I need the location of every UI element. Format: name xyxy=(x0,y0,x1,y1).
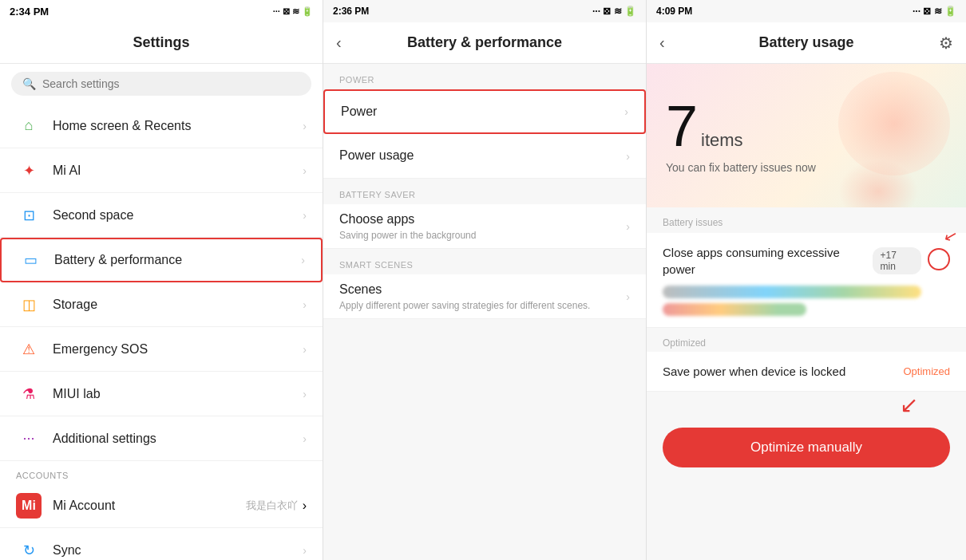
choose-apps-title: Choose apps xyxy=(339,211,626,228)
sidebar-item-battery-performance[interactable]: ▭ Battery & performance › xyxy=(0,238,323,282)
status-icons-2: ··· ⊠ ≋ 🔋 xyxy=(592,6,636,17)
status-bar-1: 2:34 PM ··· ⊠ ≋ 🔋 xyxy=(0,0,323,22)
battery-panel-title: Battery & performance xyxy=(407,34,562,51)
settings-header: Settings xyxy=(0,22,323,64)
status-icons-1: ··· ⊠ ≋ 🔋 xyxy=(273,6,313,17)
close-apps-item: Close apps consuming excessive power +17… xyxy=(647,233,966,328)
chevron-icon: › xyxy=(303,120,307,132)
mi-account-label: Mi Account xyxy=(53,499,246,513)
sidebar-item-emergency-sos[interactable]: ⚠ Emergency SOS › xyxy=(0,327,323,372)
emergency-icon: ⚠ xyxy=(16,337,42,362)
scenes-sub: Apply different power saving strategies … xyxy=(339,300,626,311)
chevron-icon: › xyxy=(303,209,307,222)
chevron-icon: › xyxy=(626,290,630,303)
optimize-manually-label: Optimize manually xyxy=(750,440,862,455)
additional-icon: ··· xyxy=(16,426,42,452)
settings-list: ⌂ Home screen & Recents › ✦ Mi AI › ⊡ Se… xyxy=(0,104,323,560)
hero-items-label: items xyxy=(701,130,743,151)
chevron-icon: › xyxy=(303,432,307,445)
chevron-icon: › xyxy=(303,298,307,311)
second-space-icon: ⊡ xyxy=(16,203,42,228)
chevron-icon: › xyxy=(624,105,628,118)
choose-apps-item[interactable]: Choose apps Saving power in the backgrou… xyxy=(323,204,646,249)
mi-ai-icon: ✦ xyxy=(16,158,42,183)
chevron-icon: › xyxy=(303,164,307,177)
time-3: 4:09 PM xyxy=(656,6,692,17)
scenes-title: Scenes xyxy=(339,282,626,298)
sidebar-item-sync[interactable]: ↻ Sync › xyxy=(0,528,323,560)
status-icons-3: ··· ⊠ ≋ 🔋 xyxy=(913,6,956,17)
optimized-section-label: Optimized xyxy=(647,328,966,352)
power-item[interactable]: Power › xyxy=(323,89,646,134)
storage-icon: ◫ xyxy=(16,292,42,317)
battery-panel: 2:36 PM ··· ⊠ ≋ 🔋 ‹ Battery & performanc… xyxy=(323,0,647,560)
optimize-manually-button[interactable]: Optimize manually xyxy=(663,428,950,467)
additional-settings-label: Additional settings xyxy=(53,432,303,446)
save-power-item: Save power when device is locked Optimiz… xyxy=(647,352,966,392)
home-screen-label: Home screen & Recents xyxy=(53,119,303,133)
status-bar-3: 4:09 PM ··· ⊠ ≋ 🔋 xyxy=(647,0,966,22)
sidebar-item-home-screen[interactable]: ⌂ Home screen & Recents › xyxy=(0,104,323,148)
home-icon: ⌂ xyxy=(16,113,42,139)
second-space-label: Second space xyxy=(53,208,303,223)
storage-label: Storage xyxy=(53,298,303,312)
battery-issues-label: Battery issues xyxy=(647,207,966,233)
scenes-main: Scenes Apply different power saving stra… xyxy=(339,282,626,311)
sidebar-item-second-space[interactable]: ⊡ Second space › xyxy=(0,193,323,238)
usage-panel-title: Battery usage xyxy=(758,34,853,51)
back-button-usage[interactable]: ‹ xyxy=(659,34,665,52)
hero-number-row: 7 items xyxy=(666,97,743,155)
sync-label: Sync xyxy=(53,543,303,558)
chevron-icon: › xyxy=(303,499,307,513)
hero-subtext: You can fix battery issues now xyxy=(666,161,816,174)
sidebar-item-mi-ai[interactable]: ✦ Mi AI › xyxy=(0,148,323,193)
choose-apps-sub: Saving power in the background xyxy=(339,230,626,241)
emergency-sos-label: Emergency SOS xyxy=(53,342,303,357)
toggle-circle[interactable] xyxy=(928,248,950,270)
settings-title: Settings xyxy=(133,34,189,51)
sync-icon: ↻ xyxy=(16,538,42,561)
chevron-icon: › xyxy=(303,544,307,557)
smart-scenes-label: SMART SCENES xyxy=(323,249,646,274)
sidebar-item-additional-settings[interactable]: ··· Additional settings › xyxy=(0,416,323,461)
battery-usage-panel: 4:09 PM ··· ⊠ ≋ 🔋 ‹ Battery usage ⚙ 7 it… xyxy=(647,0,966,560)
settings-panel: 2:34 PM ··· ⊠ ≋ 🔋 Settings 🔍 ⌂ Home scre… xyxy=(0,0,323,560)
mi-account-item[interactable]: Mi Mi Account 我是白衣吖 › xyxy=(0,483,323,528)
battery-saver-label: BATTERY SAVER xyxy=(323,179,646,204)
battery-performance-label: Battery & performance xyxy=(54,253,301,267)
gear-icon[interactable]: ⚙ xyxy=(939,34,953,53)
search-input[interactable] xyxy=(42,77,300,90)
toggle-wrap: ↙ xyxy=(921,248,950,274)
save-power-badge: Optimized xyxy=(903,365,950,377)
optimize-arrow-icon: ↙ xyxy=(663,392,966,418)
hero-number: 7 xyxy=(666,97,698,155)
app-bar-1 xyxy=(663,286,921,298)
status-bar-2: 2:36 PM ··· ⊠ ≋ 🔋 xyxy=(323,0,646,22)
power-usage-title: Power usage xyxy=(339,148,626,164)
time-badge: +17 min xyxy=(873,247,921,274)
back-button-battery[interactable]: ‹ xyxy=(336,34,342,52)
power-item-main: Power xyxy=(341,104,624,120)
battery-icon: ▭ xyxy=(18,247,43,273)
sidebar-item-storage[interactable]: ◫ Storage › xyxy=(0,282,323,327)
optimize-btn-section: ↙ Optimize manually xyxy=(647,392,966,477)
chevron-icon: › xyxy=(626,220,630,233)
chevron-icon: › xyxy=(303,343,307,356)
usage-hero: 7 items You can fix battery issues now xyxy=(647,64,966,207)
chevron-icon: › xyxy=(626,150,630,163)
power-usage-item[interactable]: Power usage › xyxy=(323,134,646,179)
scenes-item[interactable]: Scenes Apply different power saving stra… xyxy=(323,274,646,319)
miui-icon: ⚗ xyxy=(16,381,42,407)
save-power-title: Save power when device is locked xyxy=(663,363,903,380)
search-bar[interactable]: 🔍 xyxy=(11,72,311,96)
battery-header: ‹ Battery & performance xyxy=(323,22,646,64)
choose-apps-main: Choose apps Saving power in the backgrou… xyxy=(339,211,626,241)
accounts-section-label: ACCOUNTS xyxy=(0,461,323,483)
mi-ai-label: Mi AI xyxy=(53,164,303,178)
search-icon: 🔍 xyxy=(22,77,36,90)
mi-account-value: 我是白衣吖 xyxy=(246,499,298,513)
close-apps-row: Close apps consuming excessive power +17… xyxy=(663,244,950,278)
mi-account-icon: Mi xyxy=(16,493,42,519)
sidebar-item-miui-lab[interactable]: ⚗ MIUI lab › xyxy=(0,372,323,416)
usage-header: ‹ Battery usage ⚙ xyxy=(647,22,966,64)
